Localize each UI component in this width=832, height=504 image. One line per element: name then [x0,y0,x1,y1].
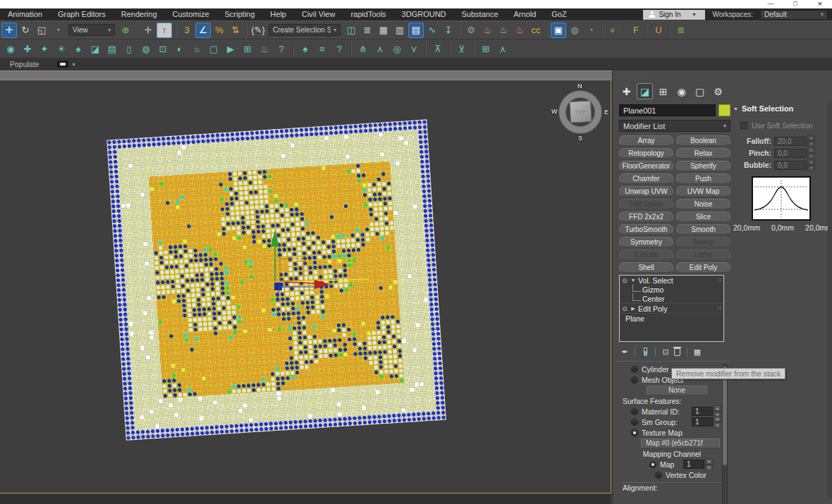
visibility-eye-icon[interactable]: ⊙ [620,277,630,284]
biped-grid-icon[interactable]: ⊞ [478,41,494,56]
civil-export-icon[interactable]: ◪ [87,41,103,56]
render-production-icon[interactable]: ♨ [512,23,527,38]
floorgenerator-icon[interactable]: F [628,23,644,38]
spinner-arrows-icon[interactable]: ▲▼ [807,135,815,147]
transform-gizmo[interactable] [0,80,611,493]
use-pivot-point-center-icon[interactable]: ⊕ [118,23,133,38]
pin-stack-icon[interactable]: ✒ [619,346,630,357]
map-radio[interactable] [649,461,656,468]
panel-drag-handle[interactable]: ·········· [620,72,653,78]
angle-snap-toggle-icon[interactable]: ∠ [195,23,211,38]
menu-customize[interactable]: Customize [165,8,217,20]
civil-sun-icon[interactable]: ☀ [54,41,69,56]
civil-camera-icon[interactable]: ◉ [3,41,18,56]
falloff-value[interactable]: 20,0 [774,137,807,146]
selection-filter-icon[interactable]: ◔ [50,23,66,38]
pinch-value[interactable]: 0,0 [774,149,807,158]
modifier-button-edit-poly[interactable]: Edit Poly [676,262,730,273]
render-history-icon[interactable]: ◔ [583,23,599,38]
edit-named-selection-sets-icon[interactable]: {✎} [250,23,266,38]
civil-layers-icon[interactable]: ⊡ [155,41,171,56]
sm-group-radio[interactable] [631,419,638,426]
reference-coordinate-system-dropdown[interactable]: View▾ [68,24,115,36]
configure-modifier-sets-icon[interactable]: ▦ [692,346,703,357]
modifier-button-relax[interactable]: Relax [676,148,730,159]
stack-item-edit-poly[interactable]: ⊙▶Edit Poly∷ [620,304,723,313]
chevron-down-icon[interactable]: ▾ [72,61,75,68]
manage-scene-states-icon[interactable]: ⚙ [463,23,479,38]
snap-toggle-3d-icon[interactable]: 3 [179,23,195,38]
stack-item-center[interactable]: Center [620,294,723,303]
modifier-button-retopology[interactable]: Retopology [619,148,673,159]
menu-arnold[interactable]: Arnold [506,8,544,20]
align-icon[interactable]: ≣ [360,23,375,38]
viewport[interactable]: N S E W TOP [0,80,611,493]
forest-tools-icon[interactable]: ♠ [298,41,313,56]
curve-editor-icon[interactable]: ∿ [424,23,440,38]
uvw-tools-icon[interactable]: U [651,23,666,38]
schematic-view-icon[interactable]: ↧ [441,23,456,38]
parameters-scrollbar[interactable] [722,364,728,504]
civil-grid-icon[interactable]: ⊞ [240,41,255,56]
modifier-button-unwrap-uvw[interactable]: Unwrap UVW [619,186,673,197]
close-button[interactable]: × [808,0,832,8]
modifier-button-symmetry[interactable]: Symmetry [619,237,673,247]
gizmo-plane-handle[interactable] [280,259,304,281]
menu-help[interactable]: Help [262,8,294,20]
render-iterations-icon[interactable]: ◍ [567,23,582,38]
sm-group-value[interactable]: 1 [692,417,713,426]
chevron-down-icon[interactable]: ▼ [630,278,637,283]
minimize-button[interactable]: — [759,0,783,8]
menu-3dground[interactable]: 3DGROUND [394,8,454,20]
menu-scripting[interactable]: Scripting [217,8,263,20]
modifier-options-icon[interactable]: ∷ [718,277,721,283]
modifier-button-uvw-map[interactable]: UVW Map [676,186,730,197]
civil-light-icon[interactable]: ✦ [37,41,52,56]
ribbon-tab-populate[interactable]: Populate [0,60,39,68]
modifier-button-array[interactable]: Array [619,135,673,146]
tab-motion[interactable]: ◉ [673,83,690,99]
tab-utilities[interactable]: ⚙ [710,83,726,99]
civil-report-icon[interactable]: ▤ [104,41,120,56]
subobject-icon[interactable]: ∷ [718,305,721,312]
crowd-tool-icon[interactable]: ⊼ [430,41,446,56]
viewcube[interactable]: N S E W TOP [559,91,601,133]
placement-tool-icon[interactable]: ⋏ [495,41,510,56]
civil-help-icon[interactable]: ? [274,41,289,56]
civil-window-icon[interactable]: ▢ [206,41,221,56]
checkbox-icon[interactable] [740,122,747,129]
menu-rapidtools[interactable]: rapidTools [343,8,393,20]
menu-goz[interactable]: GoZ [544,8,574,20]
x-axis-arrow-icon[interactable] [314,280,330,289]
help-2-icon[interactable]: ? [331,41,347,56]
civil-teapot-icon[interactable]: ♨ [257,41,272,56]
percent-snap-toggle-icon[interactable]: % [212,23,227,38]
layer-explorer-toggle-icon[interactable]: ▥ [392,23,408,38]
modifier-button-shell[interactable]: Shell [619,262,673,273]
stack-item-plane[interactable]: Plane [620,314,723,323]
texture-map-button[interactable]: Map #0 (e5cb271f [641,438,720,448]
menu-substance[interactable]: Substance [454,8,506,20]
viewcube-top-face[interactable]: TOP [569,100,592,123]
modifier-button-turbosmooth[interactable]: TurboSmooth [619,224,673,235]
object-name-field[interactable]: Plane001 [619,104,716,116]
flow-tool-icon[interactable]: ⊻ [454,41,470,56]
modifier-button-ffd-2x2x2[interactable]: FFD 2x2x2 [619,211,673,222]
chevron-right-icon[interactable]: ▶ [630,306,637,312]
select-and-manipulate-icon[interactable]: ✛ [140,23,156,38]
visibility-eye-icon[interactable]: ⊙ [620,305,630,312]
modifier-button-push[interactable]: Push [676,173,730,184]
menu-animation[interactable]: Animation [0,8,50,20]
ribbon-minimize-icon[interactable] [57,61,68,68]
keyboard-shortcut-override-icon[interactable]: ↑ [157,23,172,38]
notes-list-icon[interactable]: ≡ [314,41,330,56]
compass-south-label[interactable]: S [578,135,582,142]
soft-selection-header[interactable]: ▼ Soft Selection ∷ [733,103,832,114]
spinner-arrows-icon[interactable]: ▲▼ [807,147,815,159]
tab-create[interactable]: ✚ [618,83,635,99]
toggle-ribbon-icon[interactable]: ▤ [408,23,424,38]
workspace-select[interactable]: Default ▾ [760,10,828,20]
rapidtools-chevrons-icon[interactable]: » [606,23,621,38]
scrollbar-thumb[interactable] [723,367,727,465]
compass-icon[interactable]: ◎ [389,41,405,56]
